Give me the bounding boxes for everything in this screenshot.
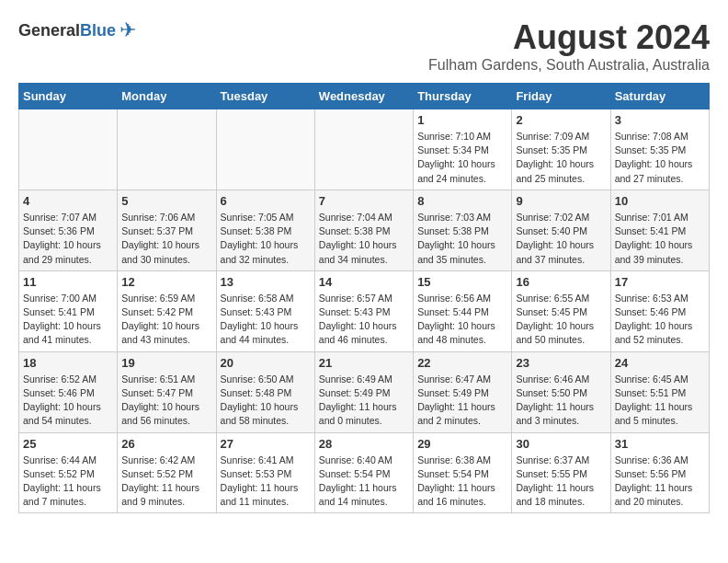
- calendar-cell: 27Sunrise: 6:41 AM Sunset: 5:53 PM Dayli…: [216, 432, 314, 513]
- calendar-cell: 22Sunrise: 6:47 AM Sunset: 5:49 PM Dayli…: [414, 351, 512, 432]
- calendar-cell: 13Sunrise: 6:58 AM Sunset: 5:43 PM Dayli…: [216, 270, 314, 351]
- weekday-header-monday: Monday: [118, 84, 216, 109]
- day-info: Sunrise: 6:59 AM Sunset: 5:42 PM Dayligh…: [121, 292, 211, 348]
- weekday-header-saturday: Saturday: [610, 84, 709, 109]
- location-title: Fulham Gardens, South Australia, Austral…: [428, 57, 710, 74]
- calendar-cell: 15Sunrise: 6:56 AM Sunset: 5:44 PM Dayli…: [414, 270, 512, 351]
- day-info: Sunrise: 6:37 AM Sunset: 5:55 PM Dayligh…: [516, 454, 606, 510]
- calendar-cell: 3Sunrise: 7:08 AM Sunset: 5:35 PM Daylig…: [610, 109, 709, 190]
- day-number: 11: [23, 275, 113, 289]
- day-number: 30: [516, 437, 606, 451]
- day-info: Sunrise: 6:58 AM Sunset: 5:43 PM Dayligh…: [221, 292, 311, 348]
- day-number: 31: [615, 437, 705, 451]
- calendar-cell: 31Sunrise: 6:36 AM Sunset: 5:56 PM Dayli…: [610, 432, 709, 513]
- day-number: 18: [23, 356, 113, 370]
- day-info: Sunrise: 6:46 AM Sunset: 5:50 PM Dayligh…: [516, 373, 606, 429]
- calendar-cell: 24Sunrise: 6:45 AM Sunset: 5:51 PM Dayli…: [610, 351, 709, 432]
- day-number: 25: [23, 437, 113, 451]
- calendar-cell: 9Sunrise: 7:02 AM Sunset: 5:40 PM Daylig…: [512, 190, 610, 270]
- day-info: Sunrise: 6:41 AM Sunset: 5:53 PM Dayligh…: [221, 454, 311, 510]
- calendar-cell: 26Sunrise: 6:42 AM Sunset: 5:52 PM Dayli…: [118, 432, 216, 513]
- weekday-header-sunday: Sunday: [19, 84, 118, 109]
- day-info: Sunrise: 6:51 AM Sunset: 5:47 PM Dayligh…: [121, 373, 211, 429]
- calendar-cell: 28Sunrise: 6:40 AM Sunset: 5:54 PM Dayli…: [314, 432, 413, 513]
- day-number: 20: [221, 356, 311, 370]
- calendar-cell: 30Sunrise: 6:37 AM Sunset: 5:55 PM Dayli…: [512, 432, 610, 513]
- calendar-cell: 8Sunrise: 7:03 AM Sunset: 5:38 PM Daylig…: [414, 190, 512, 270]
- calendar-cell: 12Sunrise: 6:59 AM Sunset: 5:42 PM Dayli…: [118, 270, 216, 351]
- calendar-cell: 23Sunrise: 6:46 AM Sunset: 5:50 PM Dayli…: [512, 351, 610, 432]
- calendar-cell: 16Sunrise: 6:55 AM Sunset: 5:45 PM Dayli…: [512, 270, 610, 351]
- title-block: August 2024 Fulham Gardens, South Austra…: [428, 18, 710, 74]
- day-number: 1: [417, 113, 507, 127]
- day-info: Sunrise: 6:40 AM Sunset: 5:54 PM Dayligh…: [319, 454, 409, 510]
- day-number: 10: [615, 194, 705, 208]
- day-info: Sunrise: 6:44 AM Sunset: 5:52 PM Dayligh…: [23, 454, 113, 510]
- day-info: Sunrise: 7:02 AM Sunset: 5:40 PM Dayligh…: [516, 211, 606, 267]
- logo-blue: Blue: [80, 21, 116, 40]
- day-number: 15: [417, 275, 507, 289]
- day-info: Sunrise: 7:09 AM Sunset: 5:35 PM Dayligh…: [516, 130, 606, 186]
- calendar-cell: 17Sunrise: 6:53 AM Sunset: 5:46 PM Dayli…: [610, 270, 709, 351]
- day-info: Sunrise: 6:42 AM Sunset: 5:52 PM Dayligh…: [121, 454, 211, 510]
- calendar-cell: [118, 109, 216, 190]
- day-info: Sunrise: 7:04 AM Sunset: 5:38 PM Dayligh…: [319, 211, 409, 267]
- calendar-cell: 7Sunrise: 7:04 AM Sunset: 5:38 PM Daylig…: [314, 190, 413, 270]
- calendar-cell: 20Sunrise: 6:50 AM Sunset: 5:48 PM Dayli…: [216, 351, 314, 432]
- weekday-header-wednesday: Wednesday: [314, 84, 413, 109]
- day-number: 5: [121, 194, 211, 208]
- day-info: Sunrise: 7:08 AM Sunset: 5:35 PM Dayligh…: [615, 130, 705, 186]
- day-number: 13: [221, 275, 311, 289]
- day-info: Sunrise: 7:01 AM Sunset: 5:41 PM Dayligh…: [615, 211, 705, 267]
- day-number: 9: [516, 194, 606, 208]
- day-number: 21: [319, 356, 409, 370]
- day-number: 23: [516, 356, 606, 370]
- day-info: Sunrise: 7:00 AM Sunset: 5:41 PM Dayligh…: [23, 292, 113, 348]
- calendar-cell: 14Sunrise: 6:57 AM Sunset: 5:43 PM Dayli…: [314, 270, 413, 351]
- logo-text: GeneralBlue: [18, 21, 116, 40]
- calendar-cell: 25Sunrise: 6:44 AM Sunset: 5:52 PM Dayli…: [19, 432, 118, 513]
- day-info: Sunrise: 6:53 AM Sunset: 5:46 PM Dayligh…: [615, 292, 705, 348]
- weekday-header-friday: Friday: [512, 84, 610, 109]
- day-number: 7: [319, 194, 409, 208]
- day-number: 24: [615, 356, 705, 370]
- day-number: 3: [615, 113, 705, 127]
- day-info: Sunrise: 6:47 AM Sunset: 5:49 PM Dayligh…: [417, 373, 507, 429]
- weekday-header-tuesday: Tuesday: [216, 84, 314, 109]
- day-number: 8: [417, 194, 507, 208]
- day-info: Sunrise: 6:49 AM Sunset: 5:49 PM Dayligh…: [319, 373, 409, 429]
- calendar-cell: 2Sunrise: 7:09 AM Sunset: 5:35 PM Daylig…: [512, 109, 610, 190]
- day-info: Sunrise: 6:52 AM Sunset: 5:46 PM Dayligh…: [23, 373, 113, 429]
- day-info: Sunrise: 7:07 AM Sunset: 5:36 PM Dayligh…: [23, 211, 113, 267]
- day-number: 27: [221, 437, 311, 451]
- day-number: 22: [417, 356, 507, 370]
- day-number: 19: [121, 356, 211, 370]
- week-row-2: 4Sunrise: 7:07 AM Sunset: 5:36 PM Daylig…: [19, 190, 710, 270]
- day-info: Sunrise: 6:36 AM Sunset: 5:56 PM Dayligh…: [615, 454, 705, 510]
- day-info: Sunrise: 6:38 AM Sunset: 5:54 PM Dayligh…: [417, 454, 507, 510]
- weekday-header-thursday: Thursday: [414, 84, 512, 109]
- week-row-5: 25Sunrise: 6:44 AM Sunset: 5:52 PM Dayli…: [19, 432, 710, 513]
- calendar-table: SundayMondayTuesdayWednesdayThursdayFrid…: [18, 83, 710, 513]
- week-row-4: 18Sunrise: 6:52 AM Sunset: 5:46 PM Dayli…: [19, 351, 710, 432]
- month-title: August 2024: [428, 18, 710, 57]
- calendar-cell: 29Sunrise: 6:38 AM Sunset: 5:54 PM Dayli…: [414, 432, 512, 513]
- day-number: 28: [319, 437, 409, 451]
- day-info: Sunrise: 7:06 AM Sunset: 5:37 PM Dayligh…: [121, 211, 211, 267]
- day-number: 29: [417, 437, 507, 451]
- day-info: Sunrise: 7:05 AM Sunset: 5:38 PM Dayligh…: [221, 211, 311, 267]
- logo-general: General: [18, 21, 80, 40]
- day-info: Sunrise: 6:45 AM Sunset: 5:51 PM Dayligh…: [615, 373, 705, 429]
- logo: GeneralBlue ✈: [18, 18, 136, 42]
- week-row-3: 11Sunrise: 7:00 AM Sunset: 5:41 PM Dayli…: [19, 270, 710, 351]
- calendar-cell: [216, 109, 314, 190]
- logo-bird-icon: ✈: [119, 18, 136, 42]
- calendar-cell: 1Sunrise: 7:10 AM Sunset: 5:34 PM Daylig…: [414, 109, 512, 190]
- day-number: 2: [516, 113, 606, 127]
- week-row-1: 1Sunrise: 7:10 AM Sunset: 5:34 PM Daylig…: [19, 109, 710, 190]
- calendar-cell: 5Sunrise: 7:06 AM Sunset: 5:37 PM Daylig…: [118, 190, 216, 270]
- day-info: Sunrise: 7:03 AM Sunset: 5:38 PM Dayligh…: [417, 211, 507, 267]
- calendar-cell: 19Sunrise: 6:51 AM Sunset: 5:47 PM Dayli…: [118, 351, 216, 432]
- calendar-cell: 6Sunrise: 7:05 AM Sunset: 5:38 PM Daylig…: [216, 190, 314, 270]
- day-info: Sunrise: 6:57 AM Sunset: 5:43 PM Dayligh…: [319, 292, 409, 348]
